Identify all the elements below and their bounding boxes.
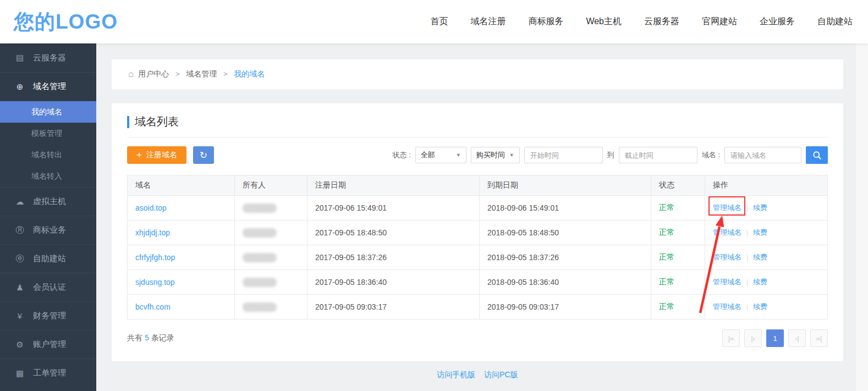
panel-head: 域名列表 — [112, 103, 843, 137]
renew-link[interactable]: 续费 — [753, 228, 767, 236]
expire-date: 2018-09-05 09:03:17 — [480, 295, 651, 320]
register-domain-label: 注册域名 — [146, 150, 177, 160]
page-next-button[interactable]: ›| — [788, 329, 806, 347]
records-prefix: 共有 — [127, 333, 142, 342]
manage-domain-link[interactable]: 管理域名 — [713, 203, 741, 212]
domain-link[interactable]: sjdusng.top — [135, 278, 175, 287]
renew-link[interactable]: 续费 — [753, 253, 767, 261]
page-first-button[interactable]: |« — [722, 329, 740, 347]
manage-domain-link[interactable]: 管理域名 — [713, 228, 741, 236]
globe-icon: ⊕ — [15, 82, 25, 92]
breadcrumb-my-domains[interactable]: 我的域名 — [234, 69, 265, 79]
sidebar-subitem-domain-transfer-in[interactable]: 域名转入 — [0, 166, 96, 187]
col-header-status: 状态 — [651, 175, 705, 196]
register-date: 2017-09-05 18:37:26 — [307, 245, 480, 270]
status-select[interactable]: 全部 ▼ — [415, 147, 466, 163]
sidebar-subitem-domain-transfer-out[interactable]: 域名转出 — [0, 144, 96, 166]
top-nav: 首页 域名注册 商标服务 Web主机 云服务器 官网建站 企业服务 自助建站 — [430, 16, 853, 27]
renew-link[interactable]: 续费 — [753, 203, 767, 212]
sidebar-item-label: 会员认证 — [33, 282, 66, 293]
register-date: 2017-09-06 15:49:01 — [307, 196, 480, 221]
start-date-input[interactable] — [524, 147, 603, 163]
op-separator: | — [746, 278, 748, 286]
status-badge: 正常 — [659, 203, 674, 212]
sidebar-subitem-label: 我的域名 — [31, 107, 62, 117]
page-prev-button[interactable]: |‹ — [744, 329, 762, 347]
records-count: 5 — [145, 333, 149, 342]
mobile-version-link[interactable]: 访问手机版 — [437, 370, 475, 380]
sidebar-item-site-builder[interactable]: ⓔ 自助建站 — [0, 244, 96, 273]
breadcrumb-domain-management[interactable]: 域名管理 — [186, 69, 217, 79]
refresh-button[interactable]: ↻ — [193, 146, 214, 164]
domain-filter-label: 域名 : — [702, 150, 720, 160]
domain-link[interactable]: asoid.top — [135, 203, 167, 212]
time-type-value: 购买时间 — [476, 150, 505, 160]
toolbar-left: + 注册域名 ↻ — [127, 146, 214, 164]
nav-home[interactable]: 首页 — [430, 16, 448, 27]
nav-cloud-server[interactable]: 云服务器 — [644, 16, 679, 27]
register-date: 2017-09-05 09:03:17 — [307, 295, 480, 320]
time-type-select[interactable]: 购买时间 ▼ — [471, 147, 520, 163]
owner-redacted — [243, 253, 277, 262]
records-suffix: 条记录 — [151, 333, 174, 342]
owner-redacted — [243, 228, 277, 238]
gear-icon: ⚙ — [15, 340, 25, 350]
renew-link[interactable]: 续费 — [753, 278, 767, 286]
nav-enterprise-service[interactable]: 企业服务 — [760, 16, 795, 27]
records-summary: 共有5条记录 — [127, 333, 174, 343]
sidebar-item-label: 云服务器 — [33, 53, 66, 63]
sidebar-item-member-verification[interactable]: ♟ 会员认证 — [0, 273, 96, 301]
server-icon: ▤ — [15, 53, 25, 63]
manage-domain-link[interactable]: 管理域名 — [713, 253, 741, 261]
domain-link[interactable]: bcvfh.com — [135, 302, 171, 311]
domain-table: 域名 所有人 注册日期 到期日期 状态 操作 asoid.top 2017-0 — [127, 175, 828, 320]
register-domain-button[interactable]: + 注册域名 — [127, 146, 186, 164]
sidebar-item-account-management[interactable]: ⚙ 账户管理 — [0, 330, 96, 359]
domain-link[interactable]: xhjdjdj.top — [135, 228, 170, 237]
sidebar-subitem-label: 域名转出 — [31, 150, 62, 160]
col-header-register-date: 注册日期 — [307, 175, 480, 196]
end-date-input[interactable] — [619, 147, 697, 163]
nav-web-hosting[interactable]: Web主机 — [586, 16, 622, 27]
pc-version-link[interactable]: 访问PC版 — [484, 370, 518, 380]
pagination: |« |‹ 1 ›| »| — [722, 329, 828, 347]
sidebar-item-ticket-management[interactable]: ▦ 工单管理 — [0, 359, 96, 387]
status-badge: 正常 — [659, 228, 674, 236]
op-separator: | — [746, 204, 748, 212]
search-button[interactable] — [806, 146, 828, 164]
manage-domain-link[interactable]: 管理域名 — [713, 302, 741, 311]
col-header-actions: 操作 — [705, 175, 828, 196]
sidebar-subitem-label: 模板管理 — [31, 129, 62, 139]
nav-trademark-service[interactable]: 商标服务 — [528, 16, 563, 27]
owner-redacted — [243, 203, 277, 213]
domain-search-input[interactable] — [724, 147, 801, 163]
sidebar-item-label: 自助建站 — [33, 254, 66, 264]
table-row: xhjdjdj.top 2017-09-05 18:48:50 2018-09-… — [128, 221, 828, 245]
manage-domain-link[interactable]: 管理域名 — [713, 278, 741, 286]
col-header-owner: 所有人 — [235, 175, 307, 196]
nav-website-building[interactable]: 官网建站 — [702, 16, 737, 27]
breadcrumb-user-center[interactable]: 用户中心 — [138, 69, 169, 79]
sidebar-subitem-my-domains[interactable]: 我的域名 — [0, 101, 96, 123]
renew-link[interactable]: 续费 — [753, 302, 767, 311]
status-badge: 正常 — [659, 302, 674, 311]
col-header-expire-date: 到期日期 — [480, 175, 651, 196]
sidebar-item-domain-management[interactable]: ⊕ 域名管理 — [0, 72, 96, 101]
sidebar-subitem-template-management[interactable]: 模板管理 — [0, 123, 96, 144]
person-icon: ♟ — [15, 283, 25, 293]
sidebar-item-finance-management[interactable]: ¥ 财务管理 — [0, 301, 96, 330]
sidebar-item-label: 工单管理 — [33, 368, 66, 378]
sidebar-item-trademark-business[interactable]: Ⓡ 商标业务 — [0, 216, 96, 244]
title-accent-bar — [127, 116, 129, 128]
table-row: cfrfyjfgh.top 2017-09-05 18:37:26 2018-0… — [128, 245, 828, 270]
page-last-button[interactable]: »| — [810, 329, 828, 347]
status-badge: 正常 — [659, 252, 674, 261]
expire-date: 2018-09-05 18:37:26 — [480, 245, 651, 270]
nav-self-service-site[interactable]: 自助建站 — [817, 16, 853, 27]
op-separator: | — [746, 254, 748, 261]
sidebar-item-virtual-host[interactable]: ☁ 虚拟主机 — [0, 187, 96, 216]
page-1-button[interactable]: 1 — [766, 329, 784, 347]
domain-link[interactable]: cfrfyjfgh.top — [135, 253, 175, 262]
sidebar-item-cloud-server[interactable]: ▤ 云服务器 — [0, 43, 96, 72]
nav-domain-register[interactable]: 域名注册 — [470, 16, 506, 27]
